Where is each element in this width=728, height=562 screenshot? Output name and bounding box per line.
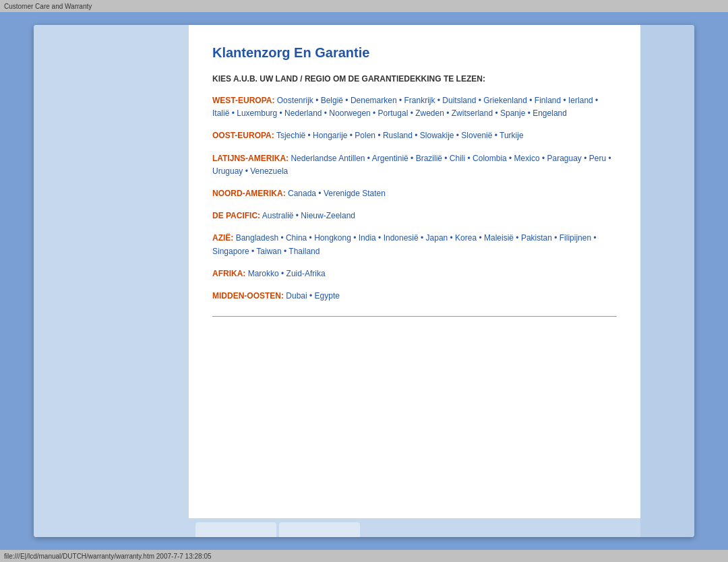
page-title: Klantenzorg En Garantie	[212, 45, 617, 61]
instruction-text: KIES A.U.B. UW LAND / REGIO OM DE GARANT…	[212, 74, 617, 84]
region-de-pacific: DE PACIFIC: Australië • Nieuw-Zeeland	[212, 210, 617, 222]
region-afrika: AFRIKA: Marokko • Zuid-Afrika	[212, 268, 617, 280]
content-divider	[212, 316, 617, 317]
region-label-oost-europa[interactable]: OOST-EUROPA:	[212, 131, 274, 140]
region-links-afrika[interactable]: Marokko • Zuid-Afrika	[245, 269, 325, 278]
region-links-azie[interactable]: Bangladesh • China • Hongkong • India • …	[212, 233, 597, 255]
bottom-tab-2[interactable]	[279, 522, 360, 537]
region-links-de-pacific[interactable]: Australië • Nieuw-Zeeland	[260, 211, 355, 220]
status-bar-text: file:///E|/lcd/manual/DUTCH/warranty/war…	[4, 553, 212, 560]
status-bar: file:///E|/lcd/manual/DUTCH/warranty/war…	[0, 550, 728, 562]
region-links-midden-oosten[interactable]: Dubai • Egypte	[284, 291, 340, 301]
region-azie: AZIË: Bangladesh • China • Hongkong • In…	[212, 232, 617, 257]
region-label-noord-amerika[interactable]: NOORD-AMERIKA:	[212, 189, 286, 198]
bottom-tab-1[interactable]	[195, 522, 276, 537]
region-label-midden-oosten[interactable]: MIDDEN-OOSTEN:	[212, 291, 284, 301]
region-links-oost-europa[interactable]: Tsjechië • Hongarije • Polen • Rusland •…	[274, 131, 524, 140]
region-west-europa: WEST-EUROPA: Oostenrijk • België • Denem…	[212, 94, 617, 120]
left-sidebar	[34, 25, 189, 537]
browser-outer: Klantenzorg En Garantie KIES A.U.B. UW L…	[0, 12, 728, 550]
region-links-noord-amerika[interactable]: Canada • Verenigde Staten	[286, 189, 386, 198]
region-latijns-amerika: LATIJNS-AMERIKA: Nederlandse Antillen • …	[212, 152, 617, 178]
right-sidebar	[640, 25, 694, 537]
region-midden-oosten: MIDDEN-OOSTEN: Dubai • Egypte	[212, 290, 617, 303]
region-label-azie[interactable]: AZIË:	[212, 233, 233, 243]
region-oost-europa: OOST-EUROPA: Tsjechië • Hongarije • Pole…	[212, 129, 617, 142]
region-label-latijns-amerika[interactable]: LATIJNS-AMERIKA:	[212, 154, 289, 163]
content-wrapper: Klantenzorg En Garantie KIES A.U.B. UW L…	[189, 25, 640, 518]
region-label-de-pacific[interactable]: DE PACIFIC:	[212, 211, 260, 220]
title-bar: Customer Care and Warranty	[0, 0, 728, 12]
region-noord-amerika: NOORD-AMERIKA: Canada • Verenigde Staten	[212, 187, 617, 200]
title-bar-text: Customer Care and Warranty	[4, 3, 92, 10]
region-label-west-europa[interactable]: WEST-EUROPA:	[212, 96, 274, 105]
region-label-afrika[interactable]: AFRIKA:	[212, 269, 245, 278]
bottom-tabs	[189, 518, 640, 537]
main-content-area: Klantenzorg En Garantie KIES A.U.B. UW L…	[189, 25, 640, 537]
browser-frame: Klantenzorg En Garantie KIES A.U.B. UW L…	[34, 25, 694, 537]
